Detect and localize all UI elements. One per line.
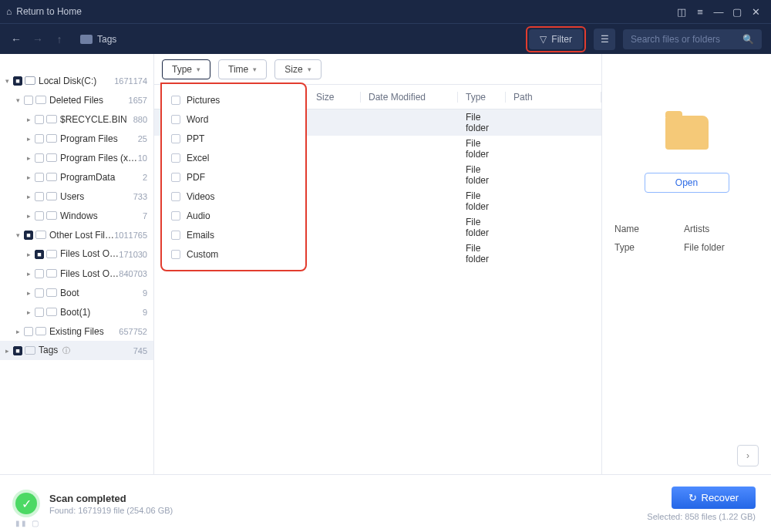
tree-row[interactable]: ▸■Files Lost Origi… ⓘ171030 — [0, 244, 153, 264]
breadcrumb-label: Tags — [97, 34, 116, 45]
expand-toggle[interactable]: ▸ — [25, 135, 32, 143]
expand-toggle[interactable]: ▸ — [25, 154, 32, 162]
tree-label: Boot — [60, 288, 143, 298]
tree-row[interactable]: ▸Boot(1)9 — [0, 302, 153, 322]
expand-toggle[interactable]: ▸ — [25, 193, 32, 200]
maximize-button[interactable]: ▢ — [728, 6, 746, 18]
time-filter-pill[interactable]: Time ▾ — [218, 59, 267, 79]
col-type[interactable]: Type — [458, 92, 506, 103]
expand-toggle[interactable]: ▸ — [25, 173, 32, 181]
tree-row[interactable]: ▾Deleted Files1657 — [0, 90, 153, 109]
view-mode-button[interactable]: ☰ — [594, 29, 615, 50]
size-filter-pill[interactable]: Size ▾ — [274, 59, 321, 79]
tree-row[interactable]: ▾■Local Disk(C:)1671174 — [0, 71, 153, 90]
size-filter-label: Size — [284, 64, 302, 75]
dropdown-item[interactable]: Custom — [162, 244, 305, 264]
expand-toggle[interactable]: ▸ — [3, 347, 11, 355]
checkbox[interactable] — [171, 96, 180, 105]
checkbox[interactable] — [171, 173, 180, 182]
forward-button[interactable]: → — [31, 33, 45, 45]
tree-row[interactable]: ▸Users733 — [0, 187, 153, 206]
type-dropdown[interactable]: PicturesWordPPTExcelPDFVideosAudioEmails… — [160, 82, 307, 271]
checkbox[interactable]: ■ — [24, 231, 33, 240]
expand-toggle[interactable]: ▾ — [14, 96, 22, 104]
col-date[interactable]: Date Modified — [361, 92, 458, 103]
checkbox[interactable] — [35, 134, 44, 143]
menu-icon[interactable]: ≡ — [691, 6, 709, 18]
help-icon[interactable]: ⓘ — [62, 346, 70, 355]
expand-toggle[interactable]: ▸ — [25, 308, 32, 316]
home-icon[interactable]: ⌂ — [6, 6, 12, 17]
dropdown-item[interactable]: Pictures — [162, 90, 305, 109]
checkbox[interactable] — [35, 115, 44, 124]
minimize-button[interactable]: — — [709, 6, 728, 18]
col-path[interactable]: Path — [506, 92, 601, 103]
tree-row[interactable]: ▸Existing Files657752 — [0, 322, 153, 341]
tree-label: $RECYCLE.BIN — [60, 114, 133, 125]
tree-row[interactable]: ▸Program Files (x86)10 — [0, 148, 153, 167]
filter-button[interactable]: ▽ Filter — [529, 29, 583, 49]
expand-toggle[interactable]: ▸ — [25, 289, 32, 297]
tree-count: 1657 — [129, 96, 147, 105]
dropdown-item[interactable]: Word — [162, 109, 305, 129]
expand-toggle[interactable]: ▸ — [14, 328, 22, 335]
expand-toggle[interactable]: ▾ — [3, 77, 11, 85]
checkbox[interactable] — [171, 231, 180, 240]
type-filter-pill[interactable]: Type ▾ — [162, 59, 210, 79]
close-button[interactable]: ✕ — [746, 6, 765, 18]
checkbox[interactable] — [171, 115, 180, 124]
checkbox[interactable] — [35, 269, 44, 278]
expand-toggle[interactable]: ▸ — [25, 270, 32, 278]
checkbox[interactable]: ■ — [13, 346, 22, 355]
checkbox[interactable] — [171, 134, 180, 143]
sidebar-tree[interactable]: ▾■Local Disk(C:)1671174▾Deleted Files165… — [0, 54, 154, 474]
expand-toggle[interactable]: ▸ — [25, 116, 32, 123]
checkbox[interactable] — [24, 327, 33, 336]
expand-toggle[interactable]: ▸ — [25, 212, 32, 220]
time-filter-label: Time — [228, 64, 248, 75]
search-input[interactable]: Search files or folders 🔍 — [623, 29, 762, 49]
dropdown-item[interactable]: Emails — [162, 225, 305, 244]
checkbox[interactable] — [35, 211, 44, 221]
tree-row[interactable]: ▸Boot9 — [0, 283, 153, 302]
return-home-link[interactable]: Return to Home — [16, 6, 82, 17]
checkbox[interactable] — [35, 288, 44, 298]
tree-count: 657752 — [119, 327, 147, 336]
col-size[interactable]: Size — [308, 92, 361, 103]
dropdown-item-label: PPT — [187, 133, 204, 144]
dropdown-item[interactable]: PDF — [162, 167, 305, 187]
checkbox[interactable]: ■ — [13, 76, 22, 86]
checkbox[interactable] — [35, 308, 44, 317]
tree-row[interactable]: ▸Windows7 — [0, 206, 153, 225]
folder-icon — [46, 288, 57, 297]
tree-row[interactable]: ▸$RECYCLE.BIN880 — [0, 109, 153, 129]
expand-toggle[interactable]: ▾ — [14, 231, 22, 239]
folder-icon — [25, 346, 35, 355]
checkbox[interactable] — [35, 173, 44, 182]
pause-controls[interactable]: ▮▮ ▢ — [15, 519, 40, 527]
checkbox[interactable] — [171, 211, 180, 221]
tree-row[interactable]: ▾■Other Lost Files1011765 — [0, 225, 153, 244]
back-button[interactable]: ← — [9, 33, 23, 45]
tree-row[interactable]: ▸■Tags ⓘ745 — [0, 341, 153, 360]
up-button[interactable]: ↑ — [52, 33, 66, 45]
checkbox[interactable] — [171, 192, 180, 201]
checkbox[interactable]: ■ — [35, 250, 44, 259]
dropdown-item[interactable]: PPT — [162, 129, 305, 148]
dropdown-item[interactable]: Videos — [162, 187, 305, 206]
tree-row[interactable]: ▸ProgramData2 — [0, 167, 153, 187]
checkbox[interactable] — [171, 250, 180, 259]
recover-button[interactable]: ↻ Recover — [672, 487, 756, 509]
checkbox[interactable] — [24, 96, 33, 105]
expand-toggle[interactable]: ▸ — [25, 251, 32, 258]
checkbox[interactable] — [35, 153, 44, 163]
next-button[interactable]: › — [737, 445, 759, 466]
checkbox[interactable] — [35, 192, 44, 201]
tree-row[interactable]: ▸Program Files25 — [0, 129, 153, 148]
open-button[interactable]: Open — [645, 173, 729, 193]
dropdown-item[interactable]: Audio — [162, 206, 305, 225]
checkbox[interactable] — [171, 153, 180, 163]
tree-row[interactable]: ▸Files Lost Original …840703 — [0, 264, 153, 283]
layout-icon[interactable]: ◫ — [672, 6, 691, 18]
dropdown-item[interactable]: Excel — [162, 148, 305, 167]
